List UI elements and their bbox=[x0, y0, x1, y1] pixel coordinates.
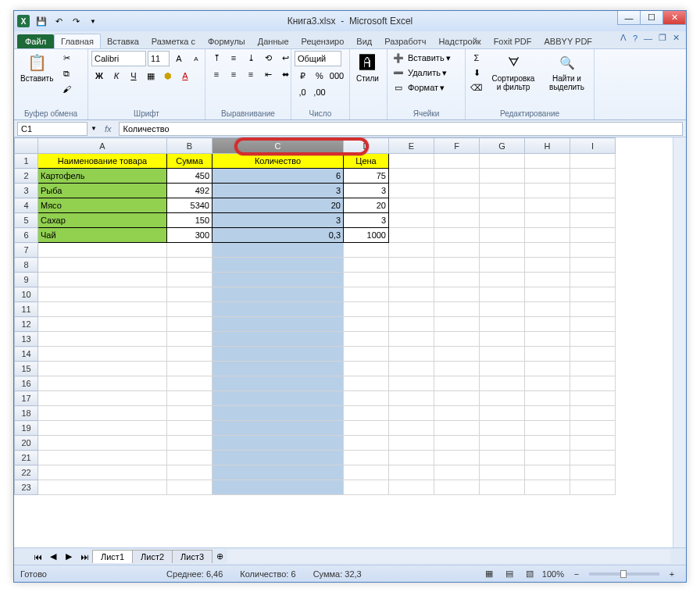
copy-icon[interactable]: ⧉ bbox=[59, 66, 74, 80]
row-header-22[interactable]: 22 bbox=[15, 465, 38, 480]
tab-developer[interactable]: Разработч bbox=[378, 34, 432, 48]
cell-A11[interactable] bbox=[38, 302, 167, 317]
cell-B4[interactable]: 5340 bbox=[167, 198, 212, 213]
row-header-9[interactable]: 9 bbox=[15, 273, 38, 287]
cell-B16[interactable] bbox=[167, 376, 212, 391]
cell-A12[interactable] bbox=[38, 317, 167, 332]
cell-F4[interactable] bbox=[434, 198, 480, 213]
zoom-in-icon[interactable]: + bbox=[664, 567, 680, 581]
name-box[interactable] bbox=[17, 122, 88, 136]
align-right-icon[interactable]: ≡ bbox=[243, 67, 259, 81]
cell-D20[interactable] bbox=[344, 436, 389, 451]
cell-A9[interactable] bbox=[38, 273, 167, 287]
cell-I17[interactable] bbox=[570, 391, 616, 406]
decrease-decimal-icon[interactable]: ,00 bbox=[312, 85, 327, 99]
cell-D3[interactable]: 3 bbox=[344, 184, 389, 198]
tab-foxit[interactable]: Foxit PDF bbox=[488, 34, 538, 48]
cell-I11[interactable] bbox=[570, 302, 616, 317]
cell-I21[interactable] bbox=[570, 451, 616, 465]
qat-dropdown-icon[interactable]: ▼ bbox=[86, 14, 100, 28]
cell-C18[interactable] bbox=[212, 406, 344, 421]
increase-font-icon[interactable]: A bbox=[171, 52, 187, 66]
cell-G12[interactable] bbox=[480, 317, 525, 332]
cell-D19[interactable] bbox=[344, 421, 389, 436]
cell-C14[interactable] bbox=[212, 347, 344, 362]
cell-D14[interactable] bbox=[344, 347, 389, 362]
cell-G17[interactable] bbox=[480, 391, 525, 406]
cell-B11[interactable] bbox=[167, 302, 212, 317]
cell-H10[interactable] bbox=[525, 287, 570, 302]
merge-icon[interactable]: ⬌ bbox=[277, 67, 293, 81]
view-layout-icon[interactable]: ▤ bbox=[502, 567, 517, 581]
row-header-6[interactable]: 6 bbox=[15, 228, 38, 243]
col-header-E[interactable]: E bbox=[389, 138, 434, 154]
row-header-14[interactable]: 14 bbox=[15, 347, 38, 362]
cell-D9[interactable] bbox=[344, 273, 389, 287]
cell-I10[interactable] bbox=[570, 287, 616, 302]
cell-C19[interactable] bbox=[212, 421, 344, 436]
cell-A7[interactable] bbox=[38, 243, 167, 258]
tab-view[interactable]: Вид bbox=[350, 34, 378, 48]
cell-D18[interactable] bbox=[344, 406, 389, 421]
cell-B20[interactable] bbox=[167, 436, 212, 451]
cell-I6[interactable] bbox=[570, 228, 616, 243]
cell-F1[interactable] bbox=[434, 154, 480, 169]
cell-A22[interactable] bbox=[38, 465, 167, 480]
fill-color-icon[interactable]: ⬢ bbox=[160, 69, 176, 83]
maximize-button[interactable]: ☐ bbox=[640, 11, 663, 25]
col-header-A[interactable]: A bbox=[38, 138, 167, 154]
cell-I5[interactable] bbox=[570, 213, 616, 228]
cell-E23[interactable] bbox=[389, 480, 434, 495]
row-header-5[interactable]: 5 bbox=[15, 213, 38, 228]
row-header-2[interactable]: 2 bbox=[15, 169, 38, 184]
cell-H6[interactable] bbox=[525, 228, 570, 243]
format-painter-icon[interactable]: 🖌 bbox=[59, 82, 74, 96]
cell-A4[interactable]: Мясо bbox=[38, 198, 167, 213]
cell-H8[interactable] bbox=[525, 258, 570, 273]
format-cells-button[interactable]: ▭Формат ▾ bbox=[391, 80, 445, 94]
cell-H15[interactable] bbox=[525, 362, 570, 376]
decrease-font-icon[interactable]: A bbox=[188, 52, 204, 66]
cell-E13[interactable] bbox=[389, 332, 434, 347]
font-color-icon[interactable]: А bbox=[177, 69, 193, 83]
cell-F10[interactable] bbox=[434, 287, 480, 302]
cell-F17[interactable] bbox=[434, 391, 480, 406]
cell-B10[interactable] bbox=[167, 287, 212, 302]
increase-decimal-icon[interactable]: ,0 bbox=[295, 85, 310, 99]
cell-G19[interactable] bbox=[480, 421, 525, 436]
cell-E9[interactable] bbox=[389, 273, 434, 287]
orientation-icon[interactable]: ⟲ bbox=[260, 51, 276, 65]
cell-E8[interactable] bbox=[389, 258, 434, 273]
cell-E7[interactable] bbox=[389, 243, 434, 258]
cell-F6[interactable] bbox=[434, 228, 480, 243]
row-header-11[interactable]: 11 bbox=[15, 302, 38, 317]
cell-H9[interactable] bbox=[525, 273, 570, 287]
row-header-3[interactable]: 3 bbox=[15, 184, 38, 198]
align-center-icon[interactable]: ≡ bbox=[226, 67, 241, 81]
cell-E20[interactable] bbox=[389, 436, 434, 451]
tab-review[interactable]: Рецензиро bbox=[295, 34, 351, 48]
cell-I12[interactable] bbox=[570, 317, 616, 332]
cell-H22[interactable] bbox=[525, 465, 570, 480]
cell-D8[interactable] bbox=[344, 258, 389, 273]
close-button[interactable]: ✕ bbox=[662, 11, 686, 25]
cell-D5[interactable]: 3 bbox=[344, 213, 389, 228]
cell-F9[interactable] bbox=[434, 273, 480, 287]
cell-H1[interactable] bbox=[525, 154, 570, 169]
cell-I20[interactable] bbox=[570, 436, 616, 451]
cell-I15[interactable] bbox=[570, 362, 616, 376]
cell-B15[interactable] bbox=[167, 362, 212, 376]
cell-D13[interactable] bbox=[344, 332, 389, 347]
cell-B2[interactable]: 450 bbox=[167, 169, 212, 184]
cell-A14[interactable] bbox=[38, 347, 167, 362]
cell-B1[interactable]: Сумма bbox=[167, 154, 212, 169]
cell-A8[interactable] bbox=[38, 258, 167, 273]
cell-D4[interactable]: 20 bbox=[344, 198, 389, 213]
cell-G7[interactable] bbox=[480, 243, 525, 258]
cell-E22[interactable] bbox=[389, 465, 434, 480]
cell-G8[interactable] bbox=[480, 258, 525, 273]
cell-B19[interactable] bbox=[167, 421, 212, 436]
cell-G10[interactable] bbox=[480, 287, 525, 302]
cell-A13[interactable] bbox=[38, 332, 167, 347]
cell-A19[interactable] bbox=[38, 421, 167, 436]
